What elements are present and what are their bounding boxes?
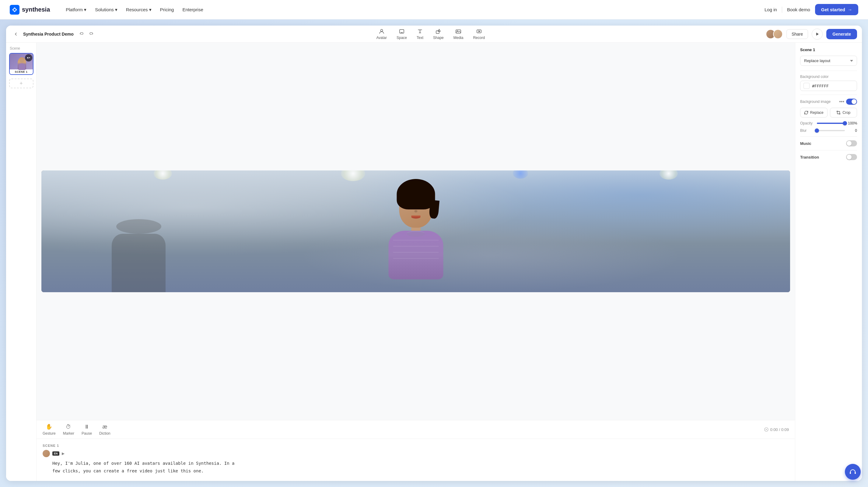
nav-item-solutions[interactable]: Solutions ▾ xyxy=(91,5,121,15)
sweater-texture-1 xyxy=(393,240,439,240)
marker-icon: ⏱ xyxy=(66,424,71,430)
opacity-label: Opacity xyxy=(800,121,814,125)
blur-value: 0 xyxy=(848,128,857,133)
toolbar-media[interactable]: Media xyxy=(454,28,464,40)
undo-button[interactable] xyxy=(77,30,86,38)
replace-bg-button[interactable]: Replace xyxy=(800,108,828,118)
toolbar-center: Avatar Space Text Shape xyxy=(96,28,766,40)
sweater-texture-3 xyxy=(393,252,439,253)
toolbar-space[interactable]: Space xyxy=(397,28,407,40)
scene-1-thumbnail-wrap: SCENE 1 xyxy=(9,53,33,75)
canvas-area: ✋ Gesture ⏱ Marker ⏸ Pause æ Diction xyxy=(36,42,795,481)
scene-title: Scene 1 xyxy=(800,48,857,52)
logo[interactable]: synthesia xyxy=(10,5,50,14)
scenes-panel-label: Scene xyxy=(8,46,34,51)
svg-rect-10 xyxy=(855,472,856,474)
blur-label: Blur xyxy=(800,128,814,133)
avatar-sweater-shape xyxy=(389,231,443,279)
script-scene-label: SCENE 1 xyxy=(42,444,789,448)
nav-item-pricing[interactable]: Pricing xyxy=(156,5,178,14)
script-text[interactable]: Hey, I'm Julia, one of over 160 AI avata… xyxy=(42,460,789,475)
chevron-down-icon: ▾ xyxy=(84,7,87,12)
redo-button[interactable] xyxy=(87,30,96,38)
support-button[interactable] xyxy=(845,464,861,480)
nav-item-enterprise[interactable]: Enterprise xyxy=(179,5,207,14)
opacity-slider-fill xyxy=(817,123,845,124)
svg-rect-5 xyxy=(456,30,461,33)
script-avatar-icon xyxy=(42,450,50,457)
generate-button[interactable]: Generate xyxy=(826,29,857,39)
music-row: Music xyxy=(800,140,857,146)
logo-text: synthesia xyxy=(22,6,50,13)
divider-2 xyxy=(800,95,857,95)
replace-layout-select[interactable]: Replace layout xyxy=(800,56,857,66)
nav-links: Platform ▾ Solutions ▾ Resources ▾ Prici… xyxy=(62,5,765,15)
toolbar-shape[interactable]: Shape xyxy=(433,28,444,40)
chevron-down-icon: ▾ xyxy=(115,7,118,12)
arrow-right-icon: → xyxy=(847,7,852,12)
pause-tool[interactable]: ⏸ Pause xyxy=(82,424,92,435)
sweater-texture-4 xyxy=(393,258,439,259)
add-scene-button[interactable]: + xyxy=(9,79,33,88)
headphone-icon xyxy=(849,468,857,476)
background-image-toggle[interactable] xyxy=(846,99,857,105)
avatar-hair-shape xyxy=(397,179,435,209)
replace-layout-row: Replace layout xyxy=(800,56,857,66)
toolbar-record[interactable]: Record xyxy=(473,28,485,40)
back-button[interactable] xyxy=(11,29,21,39)
get-started-button[interactable]: Get started → xyxy=(815,4,858,15)
preview-play-button[interactable] xyxy=(812,29,823,39)
background-color-field[interactable]: #FFFFFF xyxy=(800,81,857,91)
share-button[interactable]: Share xyxy=(786,29,808,39)
toolbar-avatar[interactable]: Avatar xyxy=(376,28,387,40)
avatar-left-eye xyxy=(406,203,409,206)
divider-3 xyxy=(800,136,857,137)
record-icon xyxy=(476,28,482,34)
play-icon xyxy=(815,32,819,36)
crop-bg-button[interactable]: Crop xyxy=(830,108,857,118)
script-toolbar: ✋ Gesture ⏱ Marker ⏸ Pause æ Diction xyxy=(36,420,795,439)
undo-icon xyxy=(79,32,84,36)
background-image-options-button[interactable]: ••• xyxy=(839,99,844,104)
blur-row: Blur 0 xyxy=(800,128,857,133)
login-link[interactable]: Log in xyxy=(765,7,777,12)
nav-divider xyxy=(782,7,782,13)
opacity-slider-thumb xyxy=(843,121,847,125)
color-swatch xyxy=(804,83,810,89)
book-demo-link[interactable]: Book demo xyxy=(787,7,810,12)
editor-container: Synthesia Product Demo xyxy=(6,26,862,481)
toolbar-right: Share Generate xyxy=(766,29,857,39)
background-image-actions: Replace Crop xyxy=(800,108,857,118)
divider-4 xyxy=(800,150,857,150)
video-frame xyxy=(41,171,790,292)
svg-rect-9 xyxy=(850,472,851,474)
script-line-2: few clicks, you can create a free video … xyxy=(52,467,789,475)
music-toggle[interactable] xyxy=(846,140,857,146)
redo-icon xyxy=(89,32,94,36)
script-time: 0:00 / 0:09 xyxy=(764,427,789,432)
avatar-nose xyxy=(414,210,417,212)
music-label: Music xyxy=(800,141,811,146)
opacity-row: Opacity 100% xyxy=(800,121,857,125)
bg-figure-left xyxy=(116,219,161,292)
diction-tool[interactable]: æ Diction xyxy=(99,424,111,435)
scenes-panel: Scene SCENE 1 xyxy=(6,42,36,481)
crop-icon xyxy=(836,111,841,115)
sweater-texture-2 xyxy=(393,246,439,247)
gesture-icon: ✋ xyxy=(45,423,52,430)
script-area: ✋ Gesture ⏱ Marker ⏸ Pause æ Diction xyxy=(36,420,795,481)
music-toggle-knob xyxy=(847,141,851,146)
transition-toggle[interactable] xyxy=(846,154,857,160)
marker-tool[interactable]: ⏱ Marker xyxy=(63,424,74,435)
nav-item-platform[interactable]: Platform ▾ xyxy=(62,5,90,15)
nav-item-resources[interactable]: Resources ▾ xyxy=(122,5,155,15)
color-hex-value: #FFFFFF xyxy=(812,84,829,88)
toolbar-text[interactable]: Text xyxy=(417,28,423,40)
text-icon xyxy=(417,28,423,34)
gesture-tool[interactable]: ✋ Gesture xyxy=(42,423,56,435)
script-avatar-row: EN ▶ xyxy=(42,450,789,457)
expand-script-icon[interactable]: ▶ xyxy=(62,451,64,456)
blur-slider[interactable] xyxy=(817,130,845,131)
mute-overlay[interactable] xyxy=(25,54,32,61)
opacity-slider[interactable] xyxy=(817,123,845,124)
